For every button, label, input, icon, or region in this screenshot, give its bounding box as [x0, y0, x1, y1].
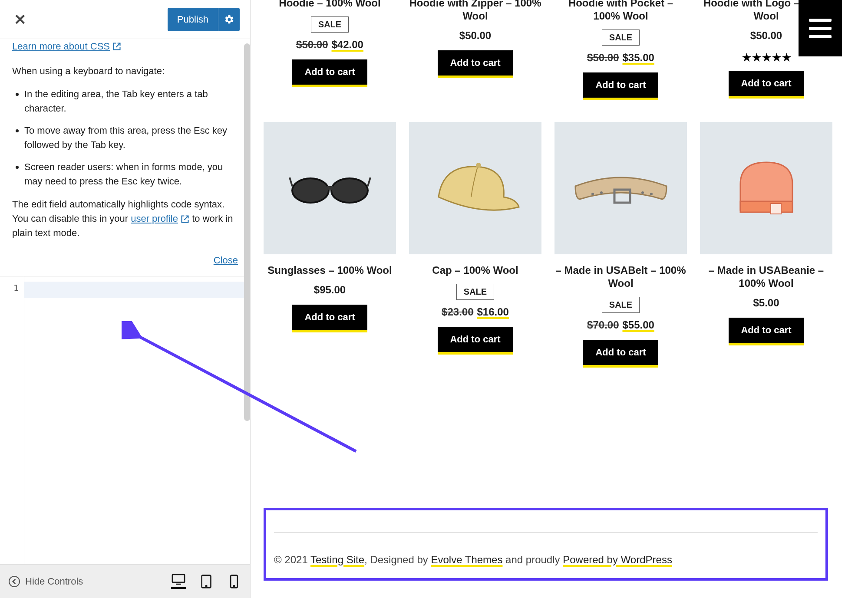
product-card: Cap – 100% Wool SALE $23.00$16.00 Add to…: [409, 122, 541, 368]
publish-settings-button[interactable]: [218, 8, 240, 31]
product-price: $95.00: [264, 284, 396, 296]
keyboard-tip: To move away from this area, press the E…: [24, 123, 238, 152]
publish-group: Publish: [168, 8, 240, 31]
add-to-cart-button[interactable]: Add to cart: [438, 327, 512, 355]
user-profile-link[interactable]: user profile: [131, 213, 178, 224]
product-price: $50.00: [409, 30, 541, 42]
sidebar-help-text: Learn more about CSS When using a keyboa…: [0, 39, 250, 276]
device-preview-switcher: [171, 574, 241, 589]
svg-point-8: [331, 178, 368, 203]
beanie-icon: [729, 151, 803, 225]
publish-button[interactable]: Publish: [168, 8, 218, 31]
hide-controls-button[interactable]: Hide Controls: [9, 576, 83, 587]
css-editor[interactable]: 1: [0, 276, 250, 564]
product-title: – Made in USABeanie – 100% Wool: [700, 264, 832, 290]
learn-more-label: Learn more about CSS: [12, 39, 110, 53]
product-title: Cap – 100% Wool: [409, 264, 541, 277]
sale-badge: SALE: [602, 30, 640, 46]
product-price: $50.00$42.00: [264, 39, 396, 51]
menu-toggle-button[interactable]: [799, 0, 842, 56]
product-price: $23.00$16.00: [409, 306, 541, 318]
sale-badge: SALE: [311, 16, 349, 33]
product-card: – Made in USABeanie – 100% Wool $5.00 Ad…: [700, 122, 832, 368]
learn-more-css-link[interactable]: Learn more about CSS: [12, 39, 121, 53]
tablet-preview-icon[interactable]: [199, 574, 214, 589]
svg-rect-9: [327, 186, 333, 190]
add-to-cart-button[interactable]: Add to cart: [729, 71, 803, 99]
keyboard-tips-list: In the editing area, the Tab key enters …: [12, 87, 238, 188]
product-price: $5.00: [700, 297, 832, 309]
product-title: Hoodie with Pocket – 100% Wool: [554, 0, 687, 23]
svg-rect-2: [176, 583, 181, 585]
svg-point-4: [206, 585, 207, 587]
svg-point-13: [600, 191, 603, 194]
external-link-icon: [181, 215, 189, 223]
keyboard-tip: Screen reader users: when in forms mode,…: [24, 160, 238, 188]
site-footer-highlight: © 2021 Testing Site, Designed by Evolve …: [264, 508, 828, 581]
site-preview: Hoodie – 100% Wool SALE $50.00$42.00 Add…: [251, 0, 868, 598]
svg-rect-1: [172, 574, 185, 582]
sale-badge: SALE: [602, 297, 640, 313]
line-gutter: 1: [0, 276, 24, 564]
svg-rect-17: [771, 204, 781, 214]
syntax-highlight-note: The edit field automatically highlights …: [12, 197, 238, 240]
product-grid-row: Sunglasses – 100% Wool $95.00 Add to car…: [251, 122, 868, 368]
footer-divider: [274, 532, 818, 533]
product-title: Hoodie – 100% Wool: [264, 0, 396, 10]
keyboard-tip: In the editing area, the Tab key enters …: [24, 87, 238, 115]
external-link-icon: [112, 42, 121, 51]
sale-badge: SALE: [456, 284, 494, 300]
product-title: – Made in USABelt – 100% Wool: [554, 264, 687, 290]
svg-point-6: [234, 585, 235, 587]
add-to-cart-button[interactable]: Add to cart: [438, 50, 512, 78]
svg-point-14: [641, 191, 644, 194]
product-image[interactable]: [554, 122, 687, 254]
product-grid-row: Hoodie – 100% Wool SALE $50.00$42.00 Add…: [251, 0, 868, 100]
add-to-cart-button[interactable]: Add to cart: [292, 305, 367, 332]
product-card: Sunglasses – 100% Wool $95.00 Add to car…: [264, 122, 396, 368]
add-to-cart-button[interactable]: Add to cart: [583, 72, 658, 100]
footer-wordpress-link[interactable]: Powered by WordPress: [563, 554, 672, 565]
keyboard-intro: When using a keyboard to navigate:: [12, 64, 238, 78]
sunglasses-icon: [289, 169, 371, 208]
editor-active-line[interactable]: [24, 282, 250, 298]
close-icon[interactable]: ✕: [10, 11, 30, 28]
product-card: Hoodie – 100% Wool SALE $50.00$42.00 Add…: [264, 0, 396, 100]
product-image[interactable]: [700, 122, 832, 254]
gear-icon: [224, 14, 234, 25]
line-number: 1: [13, 283, 19, 293]
customizer-sidebar: ✕ Publish Learn more about CSS When usin…: [0, 0, 251, 598]
collapse-icon: [9, 576, 20, 587]
product-image[interactable]: [409, 122, 541, 254]
svg-point-0: [9, 576, 20, 587]
add-to-cart-button[interactable]: Add to cart: [729, 318, 803, 345]
svg-point-7: [292, 178, 329, 203]
product-title: Hoodie with Zipper – 100% Wool: [409, 0, 541, 23]
add-to-cart-button[interactable]: Add to cart: [583, 340, 658, 368]
desktop-preview-icon[interactable]: [171, 574, 186, 589]
product-price: $70.00$55.00: [554, 319, 687, 331]
mobile-preview-icon[interactable]: [227, 574, 241, 589]
svg-point-12: [591, 193, 594, 195]
sidebar-footer: Hide Controls: [0, 564, 250, 598]
sidebar-header: ✕ Publish: [0, 0, 250, 39]
footer-site-link[interactable]: Testing Site: [310, 554, 364, 565]
footer-theme-link[interactable]: Evolve Themes: [431, 554, 502, 565]
product-title: Sunglasses – 100% Wool: [264, 264, 396, 277]
svg-point-15: [650, 193, 653, 195]
svg-point-10: [476, 163, 481, 168]
product-card: – Made in USABelt – 100% Wool SALE $70.0…: [554, 122, 687, 368]
product-price: $50.00$35.00: [554, 52, 687, 64]
sidebar-scrollbar[interactable]: [244, 43, 250, 421]
hamburger-icon: [809, 19, 832, 38]
add-to-cart-button[interactable]: Add to cart: [292, 59, 367, 87]
svg-rect-16: [740, 201, 792, 212]
product-image[interactable]: [264, 122, 396, 254]
close-help-link[interactable]: Close: [12, 249, 238, 267]
product-card: Hoodie with Zipper – 100% Wool $50.00 Ad…: [409, 0, 541, 100]
cap-icon: [430, 156, 521, 221]
product-card: Hoodie with Pocket – 100% Wool SALE $50.…: [554, 0, 687, 100]
belt-icon: [571, 164, 671, 212]
